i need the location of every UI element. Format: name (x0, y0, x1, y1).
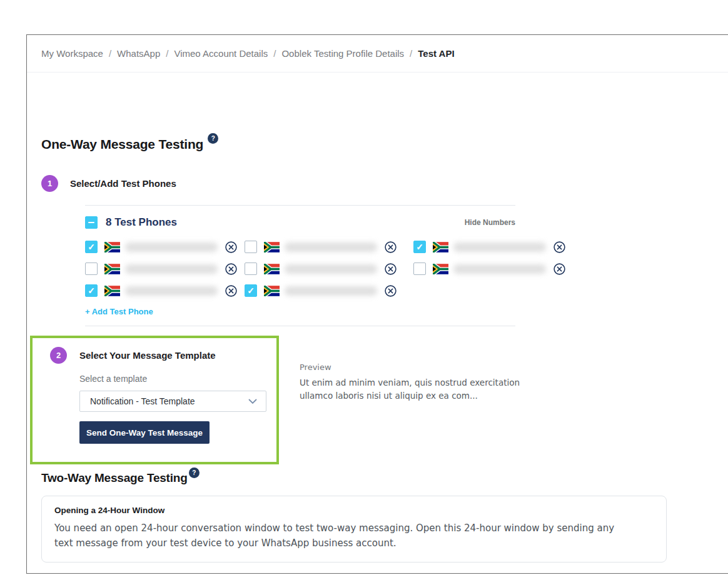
two-way-title-text: Two-Way Message Testing (41, 471, 188, 484)
south-africa-flag-icon (264, 242, 280, 252)
remove-phone-icon (385, 285, 397, 297)
remove-phone-icon (225, 241, 237, 253)
breadcrumb-item-profile-details[interactable]: Ooblek Testing Profile Details (281, 48, 404, 59)
select-all-checkbox[interactable] (85, 216, 98, 229)
remove-phone-icon (554, 263, 565, 275)
phone-checkbox[interactable]: ✓ (413, 241, 426, 253)
phone-checkbox[interactable]: ✓ (245, 284, 257, 297)
remove-phone-button[interactable] (385, 285, 397, 297)
remove-phone-icon (554, 241, 565, 253)
content: One-Way Message Testing? 1 Select/Add Te… (27, 137, 728, 562)
breadcrumb-item-whatsapp[interactable]: WhatsApp (117, 48, 160, 59)
south-africa-flag-icon (264, 264, 280, 274)
template-select-label: Select a template (79, 374, 264, 384)
preview-label: Preview (300, 362, 531, 372)
remove-phone-icon (225, 263, 237, 275)
phone-checkbox[interactable]: ✓ (85, 262, 98, 275)
blurred-phone-number (453, 242, 546, 252)
remove-phone-icon (385, 263, 397, 275)
phone-checkbox[interactable]: ✓ (413, 262, 426, 275)
test-phone-item: ✓ (245, 262, 413, 276)
test-phone-item: ✓ (85, 284, 245, 298)
chevron-down-icon (248, 399, 257, 404)
add-test-phone-link[interactable]: + Add Test Phone (85, 307, 153, 316)
south-africa-flag-icon (104, 286, 120, 296)
breadcrumb-item-account-details[interactable]: Vimeo Account Details (174, 48, 268, 59)
preview-panel: Preview Ut enim ad minim veniam, quis no… (300, 336, 531, 464)
flag-icon-slot (104, 286, 120, 296)
divider (85, 326, 515, 326)
24-hour-window-info-box: Opening a 24-Hour Window You need an ope… (41, 496, 667, 562)
one-way-section-title: One-Way Message Testing? (41, 137, 728, 152)
breadcrumb-separator: / (109, 48, 111, 59)
test-phone-item: ✓ (85, 240, 245, 254)
flag-icon-slot (264, 264, 280, 274)
step2-row: 2 Select Your Message Template Select a … (41, 336, 728, 464)
help-icon[interactable]: ? (208, 133, 218, 144)
preview-text: Ut enim ad minim veniam, quis nostrud ex… (300, 376, 531, 402)
blurred-phone-number (125, 264, 218, 274)
hide-numbers-toggle[interactable]: Hide Numbers (465, 218, 515, 227)
test-phone-item: ✓ (413, 240, 573, 254)
phones-count-title: 8 Test Phones (106, 216, 177, 229)
divider (85, 205, 515, 206)
blurred-phone-number (453, 264, 546, 274)
remove-phone-button[interactable] (554, 263, 565, 275)
remove-phone-button[interactable] (225, 285, 237, 297)
blurred-phone-number (285, 286, 377, 296)
breadcrumb-separator: / (410, 48, 412, 59)
flag-icon-slot (264, 286, 280, 296)
test-phone-item: ✓ (245, 240, 413, 254)
template-select-value: Notification - Test Template (90, 396, 195, 406)
step1-label: Select/Add Test Phones (70, 178, 176, 189)
breadcrumb: My Workspace / WhatsApp / Vimeo Account … (41, 48, 455, 59)
south-africa-flag-icon (433, 242, 448, 252)
south-africa-flag-icon (433, 264, 448, 274)
test-phone-item: ✓ (245, 284, 413, 298)
test-phone-grid: ✓ ✓ ✓ (85, 240, 515, 298)
send-one-way-test-button[interactable]: Send One-Way Test Message (79, 421, 210, 444)
south-africa-flag-icon (264, 286, 280, 296)
south-africa-flag-icon (104, 242, 120, 252)
template-select-dropdown[interactable]: Notification - Test Template (79, 391, 266, 412)
step2-label: Select Your Message Template (79, 350, 216, 361)
one-way-title-text: One-Way Message Testing (41, 137, 203, 151)
step2-highlight-box: 2 Select Your Message Template Select a … (30, 336, 279, 464)
south-africa-flag-icon (104, 264, 120, 274)
remove-phone-button[interactable] (554, 241, 565, 253)
phone-checkbox[interactable]: ✓ (245, 262, 257, 275)
test-phone-item: ✓ (85, 262, 245, 276)
step1-header: 1 Select/Add Test Phones (41, 175, 728, 192)
flag-icon-slot (104, 242, 120, 252)
phone-checkbox[interactable]: ✓ (245, 241, 257, 253)
remove-phone-icon (225, 285, 237, 297)
page: My Workspace / WhatsApp / Vimeo Account … (0, 0, 728, 575)
phone-checkbox[interactable]: ✓ (85, 284, 98, 297)
blurred-phone-number (285, 264, 377, 274)
blurred-phone-number (125, 286, 218, 296)
two-way-section-title: Two-Way Message Testing? (41, 471, 728, 485)
blurred-phone-number (125, 242, 218, 252)
blurred-phone-number (285, 242, 377, 252)
main-card: My Workspace / WhatsApp / Vimeo Account … (26, 34, 728, 574)
remove-phone-icon (385, 241, 397, 253)
help-icon[interactable]: ? (189, 468, 200, 478)
breadcrumb-separator: / (166, 48, 168, 59)
flag-icon-slot (433, 264, 448, 274)
step1-number-badge: 1 (41, 175, 58, 192)
phone-checkbox[interactable]: ✓ (85, 241, 98, 253)
flag-icon-slot (104, 264, 120, 274)
breadcrumb-row: My Workspace / WhatsApp / Vimeo Account … (27, 35, 728, 72)
flag-icon-slot (433, 242, 448, 252)
info-box-body: You need an open 24-hour conversation wi… (54, 521, 620, 551)
info-box-title: Opening a 24-Hour Window (54, 506, 654, 515)
remove-phone-button[interactable] (225, 241, 237, 253)
remove-phone-button[interactable] (385, 263, 397, 275)
breadcrumb-separator: / (273, 48, 276, 59)
phones-header: 8 Test Phones Hide Numbers (85, 216, 515, 229)
breadcrumb-item-workspace[interactable]: My Workspace (41, 48, 103, 59)
remove-phone-button[interactable] (385, 241, 397, 253)
breadcrumb-current-test-api: Test API (418, 48, 454, 59)
step2-number-badge: 2 (50, 347, 67, 364)
remove-phone-button[interactable] (225, 263, 237, 275)
